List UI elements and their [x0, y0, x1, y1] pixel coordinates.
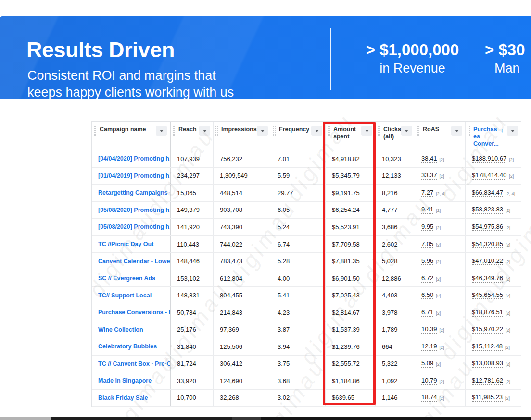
table-row: [05/08/2020] Promoting h... 141,920 743,…: [92, 219, 521, 236]
roas-value[interactable]: 7.27: [421, 189, 433, 197]
footnote-ref: [2]: [440, 157, 444, 162]
campaign-name-link[interactable]: Wine Collection: [98, 326, 143, 333]
chevron-down-icon[interactable]: [507, 126, 518, 136]
roas-value[interactable]: 38.41: [421, 155, 437, 163]
column-header-impressions[interactable]: Impressions: [213, 122, 271, 150]
campaign-name-cell: Purchase Conversions - Hi...: [92, 304, 170, 321]
impressions-value: 448,514: [220, 189, 242, 197]
clicks-value: 12,886: [382, 275, 401, 282]
purchases-cell: $13,008.93[2]: [465, 356, 521, 372]
footnote-ref: [2]: [436, 294, 441, 298]
column-header-frequency[interactable]: Frequency: [271, 122, 325, 150]
footnote-ref: [2]: [506, 294, 510, 298]
reach-cell: 141,920: [170, 219, 213, 235]
campaign-name-link[interactable]: [05/08/2020] Promoting h...: [98, 223, 170, 230]
purchases-value[interactable]: $15,112.48: [472, 343, 503, 351]
column-label: Campaign name: [100, 126, 146, 133]
column-header-roas[interactable]: RoAS: [415, 122, 465, 150]
purchases-value[interactable]: $46,349.76: [472, 274, 503, 283]
purchases-value[interactable]: $66,834.47: [472, 189, 503, 197]
table-body: [04/04/2020] Promoting h... 107,939 756,…: [92, 150, 521, 407]
column-header-amount-spent[interactable]: Amount spent: [325, 122, 375, 150]
column-header-clicks[interactable]: Clicks (all): [375, 122, 415, 150]
campaign-name-link[interactable]: Black Friday Sale: [98, 395, 148, 401]
scrubber-segment: [261, 417, 531, 420]
frequency-cell: 5.59: [271, 168, 325, 185]
reach-cell: 25,176: [170, 321, 213, 338]
clicks-cell: 3,978: [375, 304, 415, 321]
purchases-value[interactable]: $11,985.23: [472, 394, 503, 402]
campaign-name-link[interactable]: Made in Singapore: [98, 377, 152, 384]
video-scrubber-bar[interactable]: [0, 417, 531, 420]
purchases-value[interactable]: $58,823.83: [472, 206, 503, 214]
campaign-name-link[interactable]: [01/04/2019] Promoting h...: [98, 173, 170, 179]
roas-value[interactable]: 9.41: [421, 206, 433, 214]
campaign-name-link[interactable]: [04/04/2020] Promoting h...: [98, 155, 170, 162]
roas-cell: 18.74[2]: [415, 390, 465, 407]
column-header-campaign-name[interactable]: Campaign name: [92, 122, 170, 150]
frequency-cell: 3.94: [271, 338, 325, 355]
purchases-value[interactable]: $54,975.86: [472, 223, 503, 231]
campaign-name-link[interactable]: TC //Picnic Day Out: [98, 241, 153, 247]
reach-value: 15,065: [177, 189, 196, 197]
amount-spent-value: $2,555.72: [332, 360, 360, 367]
purchases-value[interactable]: $15,970.22: [472, 325, 503, 334]
clicks-value: 2,602: [382, 241, 398, 248]
purchases-value[interactable]: $54,320.85: [472, 240, 503, 248]
campaign-name-link[interactable]: SC // Evergreen Ads: [98, 275, 155, 282]
stat-value: > $1,000,000: [356, 40, 469, 60]
roas-value[interactable]: 9.95: [421, 223, 433, 231]
purchases-value[interactable]: $47,010.22: [472, 257, 503, 265]
chevron-down-icon[interactable]: [199, 126, 210, 136]
chevron-down-icon[interactable]: [361, 126, 372, 136]
roas-value[interactable]: 7.05: [421, 240, 433, 248]
roas-value[interactable]: 6.50: [421, 291, 433, 299]
chevron-down-icon[interactable]: [156, 126, 167, 136]
scrubber-segment: [232, 417, 261, 420]
roas-value[interactable]: 10.79: [421, 377, 437, 385]
clicks-value: 10,323: [382, 155, 401, 162]
purchases-value[interactable]: $178,414.40: [472, 172, 506, 180]
drag-handle-icon: [94, 126, 96, 136]
clicks-cell: 1,146: [375, 390, 415, 407]
frequency-cell: 3.75: [271, 356, 325, 372]
chevron-down-icon[interactable]: [311, 126, 322, 136]
roas-value[interactable]: 6.72: [421, 274, 433, 283]
campaign-name-link[interactable]: TC// Support Local: [98, 292, 152, 299]
purchases-value[interactable]: $12,781.62: [472, 377, 503, 385]
campaign-name-link[interactable]: Purchase Conversions - Hi...: [98, 309, 170, 316]
column-header-purchases-conversion[interactable]: Purchas es Conver... ↓: [465, 122, 521, 150]
frequency-cell: 3.68: [271, 372, 325, 389]
banner-subtitle-line: keeps happy clients working with us: [27, 84, 234, 99]
frequency-value: 7.01: [278, 155, 290, 162]
table-row: Retargetting Campaigns - ... 15,065 448,…: [92, 185, 521, 202]
impressions-cell: 756,232: [213, 150, 271, 167]
purchases-value[interactable]: $188,910.67: [472, 155, 506, 163]
purchases-value[interactable]: $13,008.93: [472, 359, 503, 368]
campaign-name-link[interactable]: [05/08/2020] Promoting h...: [98, 207, 170, 213]
column-label: Clicks: [383, 126, 401, 133]
column-header-reach[interactable]: Reach: [170, 122, 213, 150]
roas-value[interactable]: 6.71: [421, 309, 433, 317]
purchases-value[interactable]: $45,654.55: [472, 291, 503, 299]
campaign-name-cell: Wine Collection: [92, 321, 170, 338]
roas-value[interactable]: 33.37: [421, 172, 437, 180]
campaign-name-link[interactable]: TC // Canvent Box - Pre-Or...: [98, 360, 170, 367]
impressions-cell: 32,268: [213, 390, 271, 407]
campaign-name-link[interactable]: Canvent Calendar - Lowes...: [98, 258, 170, 265]
roas-value[interactable]: 5.09: [421, 359, 433, 368]
roas-value[interactable]: 10.39: [421, 325, 437, 334]
campaign-name-link[interactable]: Retargetting Campaigns - ...: [98, 189, 170, 196]
roas-value[interactable]: 5.96: [421, 257, 433, 265]
roas-value[interactable]: 18.74: [421, 394, 437, 402]
chevron-down-icon[interactable]: [451, 126, 462, 136]
reach-value: 50,784: [177, 309, 196, 316]
purchases-value[interactable]: $18,876.51: [472, 309, 503, 317]
roas-value[interactable]: 12.19: [421, 343, 437, 351]
scrubber-segment: [51, 417, 232, 420]
chevron-down-icon[interactable]: [401, 126, 412, 136]
campaign-name-link[interactable]: Celebratory Bubbles: [98, 343, 157, 350]
chevron-down-icon[interactable]: [257, 126, 268, 136]
reach-cell: 110,443: [170, 236, 213, 253]
footnote-ref: [2]: [505, 396, 510, 401]
